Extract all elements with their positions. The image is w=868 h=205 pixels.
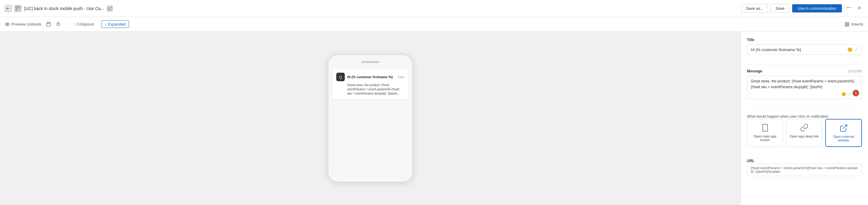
toolbar-right: Inserts (845, 22, 863, 27)
topbar-left: [UC] back in stock mobile push - Use Ca.… (5, 5, 738, 12)
expanded-arrow-icon: ↓ (105, 22, 107, 26)
open-app-deep-link-card[interactable]: Open app deep link (786, 119, 822, 147)
notification-card: Q Hi {% customer firstname %} Now Great … (332, 69, 408, 99)
preview-contexts-label: Preview contexts (11, 22, 41, 26)
svg-rect-9 (845, 25, 847, 26)
toolbar: Preview contexts ↑ Collapsed ↓ Expanded … (0, 17, 868, 32)
right-panel: Title Hi {% customer firstname %} 🙂 ⤢ Me… (741, 32, 868, 205)
url-input-wrapper[interactable]: {%set eventParams = event.params%}{%set … (747, 163, 862, 176)
inserts-label: Inserts (851, 22, 863, 26)
use-in-communication-button[interactable]: Use in communication (792, 4, 842, 12)
open-main-app-icon (761, 124, 769, 132)
flow-icon-button[interactable] (14, 5, 21, 12)
svg-point-3 (847, 7, 848, 8)
message-text-value: Great news, the product: {%set eventPara… (751, 78, 858, 90)
url-input-value: {%set eventParams = event.params%}{%set … (751, 166, 858, 173)
canvas-area: Q Hi {% customer firstname %} Now Great … (0, 32, 741, 205)
click-section-label: What would happen when user click on not… (747, 114, 829, 119)
topbar-right: Save as... Save Use in communication (741, 4, 863, 13)
click-action-section: What would happen when user click on not… (747, 113, 862, 152)
title-input-wrapper[interactable]: Hi {% customer firstname %} 🙂 ⤢ (747, 44, 862, 55)
message-count-badge: 255/1500 (848, 69, 862, 73)
svg-rect-7 (845, 23, 847, 24)
message-header: Message 255/1500 (747, 69, 862, 73)
open-main-app-card[interactable]: Open main app screen (747, 119, 783, 147)
phone-mockup: Q Hi {% customer firstname %} Now Great … (328, 54, 413, 182)
collapsed-arrow-icon: ↑ (73, 22, 75, 26)
open-external-website-icon (839, 124, 848, 132)
apple-preview-button[interactable] (56, 22, 61, 27)
inserts-button[interactable]: Inserts (845, 22, 863, 27)
action-cards-container: Open main app screen Open app deep link (747, 119, 862, 147)
expand-icon[interactable]: ⤢ (854, 47, 858, 52)
toolbar-left: Preview contexts ↑ Collapsed ↓ Expanded (5, 20, 839, 28)
pin-border-badge: 1 (852, 90, 859, 96)
save-button[interactable]: Save (771, 4, 789, 13)
title-input-icons: 🙂 ⤢ (847, 47, 858, 52)
svg-line-13 (843, 125, 847, 129)
svg-rect-10 (847, 25, 849, 26)
message-badges: 1 (852, 90, 859, 96)
svg-rect-0 (16, 6, 17, 8)
topbar: [UC] back in stock mobile push - Use Ca.… (0, 0, 868, 17)
svg-rect-2 (16, 9, 17, 10)
error-count-badge: 1 (853, 90, 859, 96)
open-external-website-label: Open external website (828, 135, 859, 142)
title-input-value: Hi {% customer firstname %} (751, 47, 847, 52)
open-app-deep-link-label: Open app deep link (790, 134, 818, 138)
url-section: URL {%set eventParams = event.params%}{%… (747, 158, 862, 176)
title-section-label: Title (747, 38, 862, 42)
open-app-deep-link-icon (800, 124, 808, 132)
emoji-icon[interactable]: 🙂 (847, 47, 852, 52)
close-button[interactable] (856, 4, 863, 13)
collapsed-view-button[interactable]: ↑ Collapsed (71, 21, 96, 28)
back-button[interactable] (5, 5, 11, 12)
main-content: Q Hi {% customer firstname %} Now Great … (0, 32, 868, 205)
title-section: Title Hi {% customer firstname %} 🙂 ⤢ (747, 38, 862, 55)
more-options-button[interactable] (845, 4, 853, 13)
preview-contexts-button[interactable]: Preview contexts (5, 22, 41, 27)
notification-title: Hi {% customer firstname %} (347, 75, 393, 79)
open-external-website-card[interactable]: Open external website (825, 119, 862, 147)
notification-title-row: Hi {% customer firstname %} Now (347, 75, 404, 79)
message-section: Message 255/1500 Great news, the product… (747, 69, 862, 99)
svg-point-6 (7, 24, 8, 25)
expanded-label: Expanded (108, 22, 126, 26)
phone-notch (361, 61, 379, 63)
save-as-button[interactable]: Save as... (741, 4, 768, 13)
collapsed-label: Collapsed (76, 22, 94, 26)
svg-rect-8 (847, 23, 849, 24)
notification-body: Great news, the product: {%set eventPara… (336, 83, 404, 96)
android-preview-button[interactable] (46, 22, 51, 27)
notification-header: Q Hi {% customer firstname %} Now (336, 73, 404, 81)
expanded-view-button[interactable]: ↓ Expanded (101, 20, 129, 28)
svg-point-5 (850, 7, 851, 8)
message-action-icons: 🙂 ⤢ ✏️ (751, 92, 858, 96)
divider-2 (747, 109, 862, 109)
message-expand-icon[interactable]: ⤢ (848, 92, 851, 96)
open-main-app-label: Open main app screen (750, 134, 780, 142)
notification-time: Now (398, 75, 404, 79)
message-input-wrapper[interactable]: Great news, the product: {%set eventPara… (747, 76, 862, 99)
svg-point-4 (848, 7, 849, 8)
page-title: [UC] back in stock mobile push - Use Ca.… (24, 6, 104, 11)
svg-rect-1 (19, 6, 20, 8)
divider-1 (747, 65, 862, 65)
app-icon: Q (336, 73, 345, 81)
message-section-label: Message (747, 69, 763, 73)
edit-title-button[interactable] (107, 6, 113, 11)
message-emoji-icon[interactable]: 🙂 (841, 92, 846, 96)
url-section-label: URL (747, 159, 754, 163)
